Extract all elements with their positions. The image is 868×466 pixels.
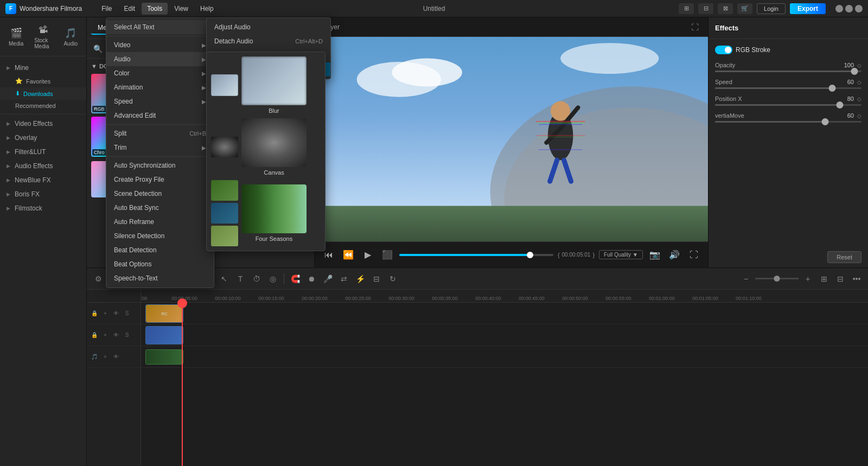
menu-tools[interactable]: Tools xyxy=(142,3,168,15)
canvas-main-thumb[interactable] xyxy=(241,118,307,167)
vertia-move-keyframe-icon[interactable]: ◇ xyxy=(857,113,861,119)
dropdown-auto-sync[interactable]: Auto Synchronization xyxy=(106,158,214,173)
timeline-text-button[interactable]: T xyxy=(233,272,247,286)
opacity-handle[interactable] xyxy=(851,68,858,75)
shop-icon-btn[interactable]: 🛒 xyxy=(737,3,752,14)
timeline-settings-button[interactable]: ⚙ xyxy=(91,272,105,286)
login-button[interactable]: Login xyxy=(757,3,786,14)
vertia-move-handle[interactable] xyxy=(821,118,828,125)
search-btn[interactable]: 🔍 xyxy=(91,42,104,55)
speed-slider[interactable] xyxy=(715,87,861,89)
sidebar-item-downloads[interactable]: ⬇ Downloads xyxy=(0,87,86,100)
track-eye-1[interactable]: 👁 xyxy=(112,309,120,318)
timeline-loop-button[interactable]: ↻ xyxy=(386,272,400,286)
media-tab-audio[interactable]: 🎵 Audio xyxy=(59,24,82,50)
quality-button[interactable]: Full Quality ▼ xyxy=(599,250,643,259)
opacity-slider[interactable] xyxy=(715,71,861,72)
canvas-small-thumb[interactable] xyxy=(211,137,238,157)
track-eye-3[interactable]: 👁 xyxy=(112,353,120,361)
dropdown-proxy[interactable]: Create Proxy File xyxy=(106,173,214,187)
dropdown-select-all-text[interactable]: Select All Text xyxy=(106,20,214,34)
tl-zoom-handle[interactable] xyxy=(774,276,780,282)
timeline-snap-button[interactable]: 🧲 xyxy=(288,272,302,286)
timeline-time-button[interactable]: ⏱ xyxy=(250,272,264,286)
dropdown-beat-sync[interactable]: Auto Beat Sync xyxy=(106,201,214,215)
menu-edit[interactable]: Edit xyxy=(119,3,141,15)
timeline-split-audio-button[interactable]: ⊟ xyxy=(369,272,384,286)
playhead[interactable] xyxy=(182,303,183,466)
submenu-adjust-audio[interactable]: Adjust Audio xyxy=(207,20,330,34)
speed-keyframe-icon[interactable]: ◇ xyxy=(857,79,861,85)
playhead-handle[interactable] xyxy=(177,298,187,308)
player-play-button[interactable]: ▶ xyxy=(360,247,375,263)
dropdown-animation[interactable]: Animation ▶ xyxy=(106,80,214,94)
timeline-effect-btn[interactable]: ◎ xyxy=(266,272,280,286)
dropdown-auto-reframe[interactable]: Auto Reframe xyxy=(106,215,214,229)
timeline-fx-button[interactable]: ⚡ xyxy=(353,272,367,286)
sidebar-section-overlay[interactable]: ▶ Overlay xyxy=(0,131,86,145)
media-tab-media[interactable]: 🎬 Media xyxy=(4,24,28,50)
sidebar-section-audio-effects[interactable]: ▶ Audio Effects xyxy=(0,159,86,173)
dropdown-color[interactable]: Color ▶ xyxy=(106,66,214,80)
track-solo-2[interactable]: S xyxy=(123,331,131,340)
dropdown-beat-options[interactable]: Beat Options xyxy=(106,257,214,271)
reset-button[interactable]: Reset xyxy=(827,251,861,263)
four-seasons-small-1[interactable] xyxy=(211,180,238,201)
track-add-1[interactable]: + xyxy=(101,309,110,318)
rgb-stroke-toggle[interactable]: RGB Stroke xyxy=(715,46,770,54)
sidebar-section-newblue[interactable]: ▶ NewBlue FX xyxy=(0,173,86,187)
track-eye-2[interactable]: 👁 xyxy=(112,331,120,340)
minimize-button[interactable] xyxy=(835,5,843,12)
player-progress-handle[interactable] xyxy=(527,252,533,258)
dropdown-scene[interactable]: Scene Detection xyxy=(106,187,214,201)
timeline-ruler[interactable]: 00:00 00:00:05:00 00:00:10:00 00:00:15:0… xyxy=(141,290,868,303)
timeline-audio-button[interactable]: 🎤 xyxy=(321,272,335,286)
track-add-2[interactable]: + xyxy=(101,331,110,340)
sidebar-section-mine[interactable]: ▶ Mine xyxy=(0,61,86,75)
dropdown-speech-to-text[interactable]: Speech-to-Text xyxy=(106,271,214,285)
position-x-slider[interactable] xyxy=(715,104,861,106)
opacity-keyframe-icon[interactable]: ◇ xyxy=(857,62,861,68)
four-seasons-small-3[interactable] xyxy=(211,226,238,246)
dropdown-audio[interactable]: Audio ▶ xyxy=(106,52,214,66)
position-x-keyframe-icon[interactable]: ◇ xyxy=(857,96,861,102)
blur-main-thumb[interactable] xyxy=(241,56,307,105)
zoom-minus-btn[interactable]: − xyxy=(739,272,753,286)
video-clip-1[interactable]: RC xyxy=(145,304,183,323)
speed-handle[interactable] xyxy=(829,85,836,92)
track-lock-1[interactable]: 🔒 xyxy=(90,309,99,318)
four-seasons-main-thumb[interactable] xyxy=(241,184,307,233)
screen-icon-btn[interactable]: ⊠ xyxy=(718,3,733,14)
track-add-3[interactable]: + xyxy=(101,353,110,361)
player-prev-frame-button[interactable]: ⏪ xyxy=(341,247,356,263)
timeline-ripple2-button[interactable]: ⇄ xyxy=(337,272,351,286)
timeline-select-button[interactable]: ↖ xyxy=(217,272,231,286)
dropdown-trim[interactable]: Trim ▶ xyxy=(106,141,214,155)
rgb-toggle-switch[interactable] xyxy=(715,46,732,54)
dropdown-silence[interactable]: Silence Detection xyxy=(106,229,214,243)
player-fullscreen-button[interactable]: ⛶ xyxy=(688,21,701,34)
menu-view[interactable]: View xyxy=(169,3,194,15)
timeline-record-button[interactable]: ⏺ xyxy=(304,272,318,286)
four-seasons-small-2[interactable] xyxy=(211,203,238,224)
blur-thumb-small[interactable] xyxy=(211,74,238,96)
dropdown-beat-detection[interactable]: Beat Detection xyxy=(106,243,214,257)
menu-file[interactable]: File xyxy=(96,3,117,15)
close-button[interactable] xyxy=(855,5,863,12)
submenu-detach-audio[interactable]: Detach Audio Ctrl+Alt+D xyxy=(207,34,330,48)
player-zoom-button[interactable]: ⛶ xyxy=(686,247,701,263)
media-tab-stock[interactable]: 📽 Stock Media xyxy=(30,21,57,53)
player-volume-button[interactable]: 🔊 xyxy=(667,247,682,263)
vertia-move-slider[interactable] xyxy=(715,121,861,123)
sidebar-item-recommended[interactable]: Recommended xyxy=(0,100,86,112)
player-stop-button[interactable]: ⬛ xyxy=(380,247,395,263)
windows-icon-btn[interactable]: ⊞ xyxy=(679,3,694,14)
position-x-handle[interactable] xyxy=(836,101,843,108)
sidebar-section-video-effects[interactable]: ▶ Video Effects xyxy=(0,117,86,131)
audio-clip-1[interactable] xyxy=(145,349,183,365)
player-progress-bar[interactable] xyxy=(399,254,553,256)
menu-help[interactable]: Help xyxy=(195,3,219,15)
zoom-plus-btn[interactable]: + xyxy=(801,272,815,286)
maximize-button[interactable] xyxy=(845,5,853,12)
track-lock-3[interactable]: 🎵 xyxy=(90,353,99,361)
